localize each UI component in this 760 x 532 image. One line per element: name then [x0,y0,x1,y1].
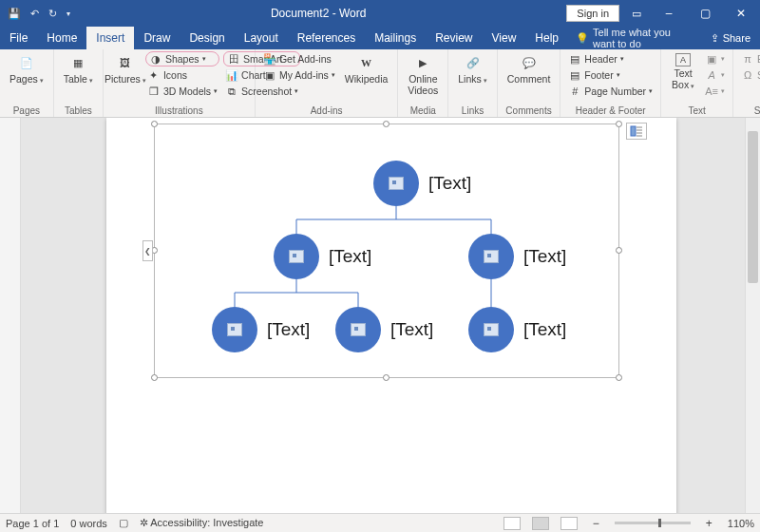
undo-icon[interactable]: ↶ [30,8,39,20]
smartart-text[interactable]: [Text] [428,173,471,194]
wikipedia-button[interactable]: W Wikipedia [341,51,392,87]
tell-me-search[interactable]: 💡 Tell me what you want to do [568,27,701,49]
get-addins-button[interactable]: 🏪Get Add-ins [261,51,337,66]
smartart-diagram[interactable]: [Text] [Text] [Text] [Text] [Text] [Text… [155,124,618,377]
zoom-level[interactable]: 110% [728,518,754,529]
page-number-button[interactable]: #Page Number▾ [566,84,655,99]
smartart-shape[interactable] [335,307,381,352]
svg-rect-0 [631,126,636,136]
smartart-node[interactable]: [Text] [468,307,566,352]
picture-placeholder-icon[interactable] [227,323,242,336]
symbol-button[interactable]: ΩSymbol▾ [739,67,760,83]
zoom-slider[interactable] [615,522,691,524]
header-icon: ▤ [568,52,581,66]
view-web-layout-button[interactable] [560,517,578,530]
smartart-shape[interactable] [212,307,257,352]
pages-button[interactable]: 📄 Pages [6,51,48,87]
chart-icon: 📊 [225,68,238,82]
picture-placeholder-icon[interactable] [289,250,304,263]
picture-placeholder-icon[interactable] [484,323,499,336]
scrollbar-thumb[interactable] [748,131,758,283]
ribbon-display-options-icon[interactable]: ▭ [625,8,648,20]
header-button[interactable]: ▤Header▾ [566,51,655,66]
tab-insert[interactable]: Insert [86,27,134,49]
3d-models-button[interactable]: ❒3D Models▾ [145,84,219,99]
tab-draw[interactable]: Draw [134,27,180,49]
tab-mailings[interactable]: Mailings [365,27,426,49]
footer-icon: ▤ [568,68,581,82]
view-read-mode-button[interactable] [504,517,521,530]
close-button[interactable]: ✕ [726,3,756,24]
document-scroll-area[interactable]: ❮ [Text] [21,118,745,513]
smartart-shape[interactable] [468,307,514,352]
status-word-count[interactable]: 0 words [70,518,107,529]
quick-parts-button[interactable]: ▣▾ [703,51,727,66]
group-addins-label: Add-ins [261,105,391,117]
save-icon[interactable]: 💾 [8,8,21,20]
group-links-label: Links [454,105,491,117]
redo-icon[interactable]: ↻ [48,8,57,20]
tab-home[interactable]: Home [37,27,86,49]
text-box-button[interactable]: A Text Box [667,51,699,92]
vertical-scrollbar[interactable] [745,118,760,513]
qat-dropdown-icon[interactable]: ▾ [66,10,70,18]
zoom-out-button[interactable]: − [589,517,603,530]
smartart-node[interactable]: [Text] [274,234,371,279]
links-button[interactable]: 🔗 Links [454,51,491,87]
smartart-text[interactable]: [Text] [329,246,371,267]
share-label: Share [723,32,750,44]
smartart-shape[interactable] [274,234,319,279]
picture-placeholder-icon[interactable] [484,250,499,263]
table-button[interactable]: ▦ Table [60,51,97,87]
share-button[interactable]: ⇪ Share [701,27,760,49]
equation-button[interactable]: πEquation▾ [739,51,760,66]
tab-layout[interactable]: Layout [235,27,288,49]
icons-button[interactable]: ✦Icons [145,67,219,83]
smartart-node[interactable]: [Text] [335,307,433,352]
group-media-label: Media [404,105,442,117]
smartart-text-pane-toggle[interactable]: ❮ [142,240,153,261]
tab-references[interactable]: References [288,27,365,49]
shapes-icon: ◑ [149,52,162,66]
online-videos-button[interactable]: ▶ Online Videos [404,51,442,98]
status-accessibility[interactable]: ✲ Accessibility: Investigate [140,517,264,529]
comment-button[interactable]: 💬 Comment [504,51,555,87]
smartart-node[interactable]: [Text] [373,161,471,206]
group-illustrations: 🖼 Pictures ◑Shapes▾ ✦Icons ❒3D Models▾ ⽥… [104,49,256,117]
shapes-button[interactable]: ◑Shapes▾ [145,51,219,66]
layout-options-button[interactable] [626,123,647,140]
view-print-layout-button[interactable] [532,517,549,530]
picture-placeholder-icon[interactable] [389,177,404,190]
video-icon: ▶ [413,53,432,72]
dropcap-button[interactable]: A≡▾ [703,84,727,99]
footer-button[interactable]: ▤Footer▾ [566,67,655,83]
lightbulb-icon: 💡 [576,32,589,45]
pictures-button[interactable]: 🖼 Pictures [109,51,142,87]
document-page[interactable]: ❮ [Text] [106,118,676,513]
maximize-button[interactable]: ▢ [690,3,720,24]
smartart-node[interactable]: [Text] [468,234,566,279]
smartart-shape[interactable] [468,234,514,279]
minimize-button[interactable]: – [654,3,684,24]
status-language-icon[interactable]: ▢ [119,517,128,529]
smartart-text[interactable]: [Text] [523,319,566,340]
tab-help[interactable]: Help [525,27,568,49]
sign-in-button[interactable]: Sign in [566,5,619,22]
group-tables: ▦ Table Tables [54,49,104,117]
tab-design[interactable]: Design [180,27,234,49]
smartart-selection-frame[interactable]: ❮ [Text] [154,124,619,378]
tab-file[interactable]: File [0,27,37,49]
smartart-shape[interactable] [373,161,419,206]
tab-view[interactable]: View [483,27,526,49]
smartart-text[interactable]: [Text] [523,246,566,267]
tab-review[interactable]: Review [426,27,482,49]
smartart-text[interactable]: [Text] [267,319,310,340]
wordart-button[interactable]: A▾ [703,67,727,83]
smartart-text[interactable]: [Text] [390,319,433,340]
picture-placeholder-icon[interactable] [351,323,366,336]
status-page[interactable]: Page 1 of 1 [6,518,59,529]
zoom-in-button[interactable]: + [702,517,716,530]
quick-access-toolbar: 💾 ↶ ↻ ▾ [0,8,70,20]
smartart-node[interactable]: [Text] [212,307,310,352]
my-addins-button[interactable]: ▣My Add-ins▾ [261,67,337,83]
